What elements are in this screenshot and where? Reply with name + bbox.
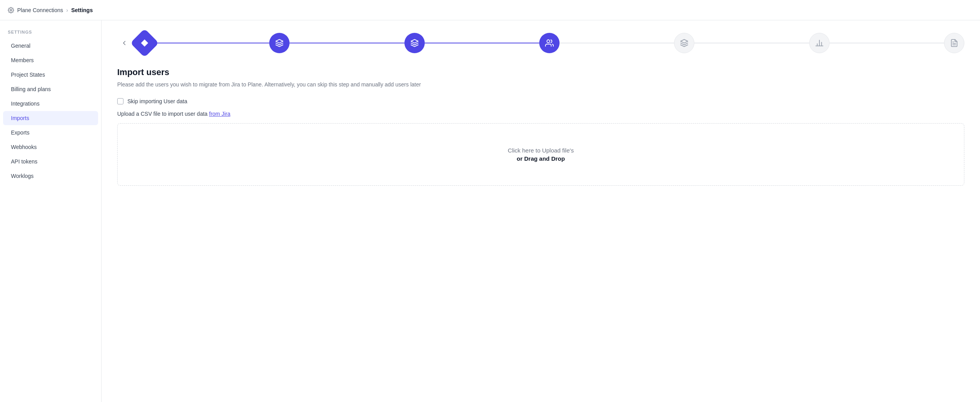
sidebar-item-imports[interactable]: Imports <box>3 111 98 125</box>
gear-icon <box>8 7 14 13</box>
skip-label: Skip importing User data <box>127 98 187 104</box>
step-2-node[interactable] <box>269 33 290 53</box>
connector-5 <box>694 43 809 43</box>
topbar-chevron: › <box>66 7 68 13</box>
sidebar-item-api-tokens[interactable]: API tokens <box>3 154 98 169</box>
sidebar-item-members[interactable]: Members <box>3 53 98 67</box>
main-content: Import users Please add the users you wi… <box>102 20 980 402</box>
connector-3 <box>425 43 539 43</box>
stepper-back-button[interactable] <box>117 36 131 50</box>
page-title: Import users <box>117 67 964 77</box>
connector-1 <box>155 43 269 43</box>
topbar: Plane Connections › Settings <box>0 0 980 20</box>
svg-point-0 <box>10 9 12 11</box>
step-1-node[interactable] <box>130 29 159 57</box>
topbar-settings: Settings <box>71 7 93 13</box>
connector-2 <box>290 43 404 43</box>
svg-point-4 <box>547 40 550 43</box>
connector-6 <box>830 43 944 43</box>
step-5-node[interactable] <box>674 33 694 53</box>
sidebar-item-webhooks[interactable]: Webhooks <box>3 140 98 154</box>
sidebar: SETTINGS General Members Project States … <box>0 20 102 402</box>
sidebar-item-worklogs[interactable]: Worklogs <box>3 169 98 183</box>
stepper <box>117 33 964 53</box>
skip-row: Skip importing User data <box>117 98 964 104</box>
sidebar-item-project-states[interactable]: Project States <box>3 68 98 82</box>
dropzone-bold-text: or Drag and Drop <box>517 155 565 162</box>
sidebar-item-integrations[interactable]: Integrations <box>3 97 98 111</box>
step-6-node[interactable] <box>809 33 830 53</box>
from-jira-link[interactable]: from Jira <box>209 111 230 117</box>
upload-description: Upload a CSV file to import user data fr… <box>117 111 964 117</box>
skip-checkbox[interactable] <box>117 98 123 104</box>
sidebar-section-label: SETTINGS <box>0 30 101 38</box>
sidebar-item-general[interactable]: General <box>3 39 98 53</box>
dropzone[interactable]: Click here to Upload file's or Drag and … <box>117 123 964 186</box>
step-3-node[interactable] <box>404 33 425 53</box>
step-4-node[interactable] <box>539 33 560 53</box>
svg-marker-2 <box>276 39 283 43</box>
svg-marker-1 <box>141 39 148 47</box>
topbar-app-name: Plane Connections <box>17 7 63 13</box>
svg-marker-3 <box>411 39 418 43</box>
connector-4 <box>560 43 674 43</box>
sidebar-item-billing[interactable]: Billing and plans <box>3 82 98 96</box>
sidebar-item-exports[interactable]: Exports <box>3 126 98 140</box>
layout: SETTINGS General Members Project States … <box>0 20 980 402</box>
svg-marker-5 <box>681 39 688 43</box>
dropzone-text: Click here to Upload file's <box>508 147 574 154</box>
step-7-node[interactable] <box>944 33 964 53</box>
page-description: Please add the users you wish to migrate… <box>117 81 964 89</box>
